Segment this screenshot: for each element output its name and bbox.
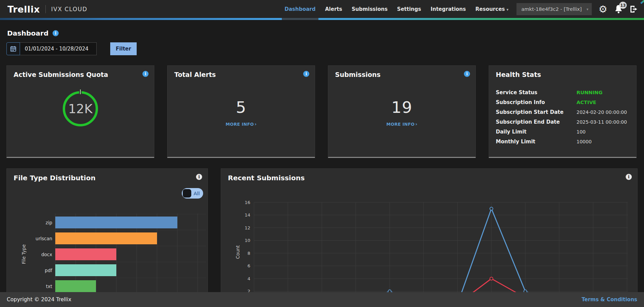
health-stats-list: Service Status RUNNING Subscription Info…: [489, 87, 636, 146]
svg-text:File Type: File Type: [21, 244, 26, 264]
health-label: Subscription Info: [496, 99, 577, 105]
chevron-right-icon: ›: [415, 121, 417, 127]
exit-door-icon: [630, 5, 639, 13]
nav-gradient-stripe: [0, 18, 644, 20]
notifications-bell-icon[interactable]: 13: [614, 5, 623, 14]
card-title: Recent Submissions: [228, 174, 305, 182]
recent-submissions-info-icon[interactable]: [626, 174, 632, 180]
total-alerts-info-icon[interactable]: [303, 71, 309, 77]
svg-text:14: 14: [245, 212, 250, 218]
health-label: Subscription Start Date: [496, 109, 577, 115]
health-row-service-status: Service Status RUNNING: [489, 87, 636, 97]
health-label: Daily Limit: [496, 129, 577, 135]
file-type-all-toggle[interactable]: All: [182, 188, 203, 199]
status-badge: ACTIVE: [577, 100, 596, 105]
active-submissions-quota-card: Active Submissions Quota 12K: [6, 65, 154, 158]
file-type-info-icon[interactable]: [196, 174, 202, 180]
logout-icon[interactable]: [630, 5, 639, 13]
svg-text:8: 8: [248, 251, 250, 256]
notification-count-badge: 13: [619, 2, 627, 9]
trellix-logo-accent-icon: [640, 0, 644, 4]
top-nav-bar: Trellix IVX CLOUD Dashboard Alerts Submi…: [0, 0, 644, 18]
active-tab-underline: [282, 18, 318, 20]
file-type-distribution-card: File Type Distribution All zipurlscandoc…: [6, 168, 208, 298]
total-alerts-card: Total Alerts 5 MORE INFO›: [167, 65, 315, 158]
submissions-value: 19: [328, 98, 475, 117]
health-row-monthly-limit: Monthly Limit 10000: [489, 137, 636, 146]
health-row-subscription-start: Subscription Start Date 2024-02-20 00:00…: [489, 107, 636, 117]
health-stats-card: Health Stats Service Status RUNNING Subs…: [489, 65, 637, 158]
health-row-subscription-info: Subscription Info ACTIVE: [489, 97, 636, 107]
terms-and-conditions-link[interactable]: Terms & Conditions: [582, 296, 637, 303]
nav-item-submissions[interactable]: Submissions: [352, 6, 388, 12]
nav-item-integrations[interactable]: Integrations: [431, 6, 466, 12]
total-alerts-more-info-link[interactable]: MORE INFO›: [168, 121, 315, 127]
toggle-label: All: [194, 191, 200, 196]
health-label: Service Status: [496, 89, 577, 96]
chevron-down-icon: ▾: [507, 7, 509, 12]
quota-ring-gauge: 12K: [63, 91, 98, 126]
svg-text:4: 4: [248, 276, 250, 281]
svg-text:zip: zip: [46, 220, 52, 225]
calendar-button[interactable]: [6, 42, 20, 55]
health-row-subscription-end: Subscription End Date 2025-03-11 00:00:0…: [489, 117, 636, 127]
account-selector[interactable]: amkt-18e4f3c2 - [Trellix] ▾: [516, 3, 592, 15]
svg-text:txt: txt: [46, 284, 52, 289]
filter-button[interactable]: Filter: [110, 42, 137, 55]
health-value: 2024-02-20 00:00:00: [577, 109, 627, 115]
total-alerts-value: 5: [168, 98, 315, 117]
trellix-logo: Trellix: [7, 4, 40, 15]
health-label: Subscription End Date: [496, 119, 577, 125]
brand: Trellix IVX CLOUD: [7, 4, 87, 15]
more-info-label: MORE INFO: [386, 122, 414, 127]
more-info-label: MORE INFO: [226, 122, 254, 127]
card-title: Health Stats: [496, 71, 541, 78]
submissions-more-info-link[interactable]: MORE INFO›: [328, 121, 475, 127]
health-value: 2025-03-11 00:00:00: [577, 119, 627, 125]
chevron-right-icon: ›: [255, 121, 257, 127]
card-title: Submissions: [335, 71, 380, 78]
svg-text:10: 10: [245, 238, 250, 243]
page-title: Dashboard: [7, 29, 48, 37]
health-value: 10000: [577, 139, 592, 144]
card-title: Active Submissions Quota: [14, 71, 108, 78]
submissions-info-icon[interactable]: [464, 71, 470, 77]
quota-info-icon[interactable]: [142, 71, 149, 77]
svg-text:urlscan: urlscan: [36, 236, 52, 241]
file-type-bar-chart: zipurlscandocxpdftxtFile Type: [7, 209, 208, 298]
svg-text:Count: Count: [235, 245, 240, 259]
svg-text:pdf: pdf: [45, 268, 53, 273]
svg-text:6: 6: [248, 263, 250, 268]
nav-item-resources[interactable]: Resources▾: [475, 6, 509, 12]
recent-submissions-line-chart: 161412108642Count: [221, 194, 638, 298]
health-row-daily-limit: Daily Limit 100: [489, 127, 636, 137]
copyright-text: Copyright © 2024 Trellix: [7, 296, 71, 303]
svg-text:12: 12: [245, 225, 250, 230]
account-selector-value: amkt-18e4f3c2 - [Trellix]: [521, 6, 582, 12]
nav-links: Dashboard Alerts Submissions Settings In…: [285, 6, 508, 12]
quota-value: 12K: [68, 102, 92, 116]
dashboard-info-icon[interactable]: [53, 30, 59, 36]
svg-text:16: 16: [245, 200, 250, 205]
nav-item-alerts[interactable]: Alerts: [325, 6, 342, 12]
nav-item-settings[interactable]: Settings: [397, 6, 421, 12]
health-value: 100: [577, 129, 586, 135]
date-range-input[interactable]: [20, 42, 97, 55]
product-name: IVX CLOUD: [51, 6, 87, 13]
status-badge: RUNNING: [577, 90, 603, 95]
toggle-knob: [183, 189, 191, 198]
calendar-icon: [10, 45, 17, 52]
nav-item-resources-label: Resources: [475, 6, 505, 12]
footer: Copyright © 2024 Trellix Terms & Conditi…: [0, 292, 644, 307]
card-title: File Type Distribution: [14, 174, 96, 182]
card-title: Total Alerts: [174, 71, 216, 78]
submissions-card: Submissions 19 MORE INFO›: [328, 65, 476, 158]
nav-item-dashboard[interactable]: Dashboard: [285, 6, 315, 12]
svg-text:docx: docx: [41, 252, 52, 257]
chevron-down-icon: ▾: [586, 7, 588, 12]
brand-divider: [45, 5, 46, 13]
settings-gear-icon[interactable]: ⚙: [599, 4, 607, 14]
health-label: Monthly Limit: [496, 139, 577, 145]
recent-submissions-card: Recent Submissions 161412108642Count: [221, 168, 638, 298]
